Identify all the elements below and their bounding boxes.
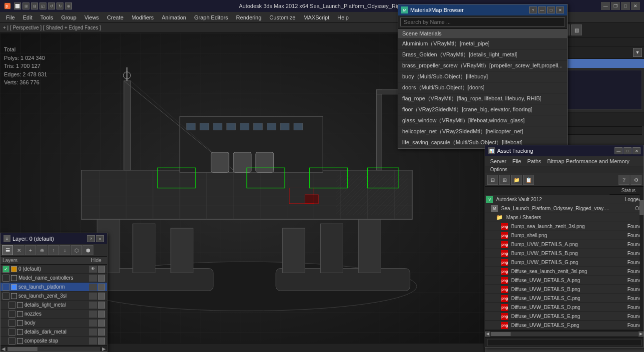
at-menu-bitmap[interactable]: Bitmap Performance and Memory xyxy=(544,158,632,165)
tb-icon-1[interactable]: ⬜ xyxy=(14,2,21,9)
layer-hide-6[interactable] xyxy=(89,320,97,327)
at-menu-server[interactable]: Server xyxy=(487,158,509,165)
layer-dot-3a[interactable] xyxy=(98,293,105,300)
at-row-5[interactable]: png Bump_UVW_DETAILS_A.png Found xyxy=(485,240,644,249)
at-scroll-right[interactable]: ▶ xyxy=(639,332,644,337)
mb-item-5[interactable]: flag_rope（VRayMtl）[flag_rope, lifeboat, … xyxy=(398,93,567,104)
layer-check-4[interactable] xyxy=(8,302,15,309)
tb-icon-3[interactable]: ⊟ xyxy=(31,2,38,9)
at-row-7[interactable]: png Bump_UVW_DETAILS_G.png Found xyxy=(485,258,644,267)
at-row-vault[interactable]: V Autodesk Vault 2012 Logged xyxy=(485,195,644,204)
menu-create[interactable]: Create xyxy=(103,13,127,21)
layer-scroll-right-btn[interactable]: ▶ xyxy=(101,346,107,352)
at-scroll-left[interactable]: ◀ xyxy=(485,332,490,337)
layer-dot-4a[interactable] xyxy=(98,302,105,309)
menu-customize[interactable]: Customize xyxy=(265,13,299,21)
rp-btn-8[interactable]: ▧ xyxy=(571,24,582,35)
menu-help[interactable]: Help xyxy=(333,13,353,21)
tb-icon-5[interactable]: ↺ xyxy=(48,2,55,9)
menu-graph-editors[interactable]: Graph Editors xyxy=(190,13,232,21)
layer-check-1[interactable] xyxy=(2,275,9,282)
layer-hide-0[interactable]: 👁 xyxy=(89,266,97,273)
layer-check-8[interactable] xyxy=(8,338,15,345)
menu-edit[interactable]: Edit xyxy=(19,13,36,21)
layer-scroll-left-btn[interactable]: ◀ xyxy=(0,346,6,352)
at-hscroll-track[interactable] xyxy=(491,332,638,336)
menu-tools[interactable]: Tools xyxy=(36,13,57,21)
at-btn-2[interactable]: ⊞ xyxy=(499,175,510,185)
tb-icon-7[interactable]: ⊕ xyxy=(65,2,72,9)
at-row-11[interactable]: png Diffuse_UVW_DETAILS_C.png Found xyxy=(485,294,644,303)
layer-btn-4[interactable]: ⊕ xyxy=(36,245,47,255)
at-menu-paths[interactable]: Paths xyxy=(524,158,544,165)
at-hscroll-thumb[interactable] xyxy=(491,332,511,336)
at-row-8[interactable]: png Diffuse_sea_launch_zenit_3sl.png Fou… xyxy=(485,267,644,276)
layer-check-0[interactable]: ✓ xyxy=(2,266,9,273)
layer-hide-1[interactable] xyxy=(89,275,97,282)
menu-views[interactable]: Views xyxy=(80,13,103,21)
at-scrollbar[interactable] xyxy=(640,195,644,330)
at-row-6[interactable]: png Bump_UVW_DETAILS_B.png Found xyxy=(485,249,644,258)
mb-item-0[interactable]: Aluminium（VRayMtl）[metal_pipe] xyxy=(398,38,567,49)
mb-item-4[interactable]: doors（Multi/Sub-Object）[doors] xyxy=(398,82,567,93)
tb-icon-2[interactable]: ⊞ xyxy=(22,2,29,9)
layer-item-0[interactable]: ✓ 0 (default) 👁 xyxy=(0,265,107,274)
layer-dot-8a[interactable] xyxy=(98,338,105,345)
menu-file[interactable]: File xyxy=(2,13,19,21)
layer-check-6[interactable] xyxy=(8,320,15,327)
mb-item-2[interactable]: brass_propeller_screw（VRayMtl）[propeller… xyxy=(398,60,567,71)
layer-hide-2[interactable] xyxy=(89,284,97,291)
layer-hide-5[interactable] xyxy=(89,311,97,318)
layer-close-btn[interactable]: × xyxy=(96,235,104,242)
menu-rendering[interactable]: Rendering xyxy=(232,13,266,21)
layer-help-btn[interactable]: ? xyxy=(87,235,95,242)
mb-minimize-btn[interactable]: — xyxy=(538,6,546,13)
layer-dot-1a[interactable] xyxy=(98,275,105,282)
at-btn-4[interactable]: 📋 xyxy=(523,175,534,185)
at-help-btn[interactable]: ? xyxy=(619,175,630,185)
layer-hide-8[interactable] xyxy=(89,338,97,345)
mb-maximize-btn[interactable]: □ xyxy=(547,6,555,13)
restore-btn[interactable]: ❐ xyxy=(611,2,620,10)
layer-dot-6a[interactable] xyxy=(98,320,105,327)
at-table-container[interactable]: V Autodesk Vault 2012 Logged M Sea_Launc… xyxy=(485,195,644,330)
at-row-9[interactable]: png Diffuse_UVW_DETAILS_A.png Found xyxy=(485,276,644,285)
layer-btn-8[interactable]: ⬢ xyxy=(82,245,93,255)
tb-icon-6[interactable]: ↻ xyxy=(56,2,63,9)
at-scroll-thumb[interactable] xyxy=(640,200,644,215)
layer-item-2[interactable]: sea_launch_platform xyxy=(0,283,107,292)
at-row-10[interactable]: png Diffuse_UVW_DETAILS_B.png Found xyxy=(485,285,644,294)
layer-hscrollbar[interactable]: ◀ ▶ xyxy=(0,346,107,352)
layer-dot-7a[interactable] xyxy=(98,329,105,336)
maximize-btn[interactable]: □ xyxy=(621,2,630,10)
layer-dot-2a[interactable] xyxy=(98,284,105,291)
modifier-list-dropdown[interactable]: ▼ xyxy=(633,48,642,57)
at-btn-1[interactable]: ⊟ xyxy=(487,175,498,185)
layer-item-7[interactable]: details_dark_metal xyxy=(0,328,107,337)
at-minimize-btn[interactable]: — xyxy=(615,147,623,154)
layer-hide-7[interactable] xyxy=(89,329,97,336)
layer-item-6[interactable]: body xyxy=(0,319,107,328)
at-row-3[interactable]: png Bump_sea_launch_zenit_3sl.png Found xyxy=(485,222,644,231)
layer-btn-2[interactable]: ✕ xyxy=(13,245,24,255)
menu-maxscript[interactable]: MAXScript xyxy=(299,13,333,21)
at-settings-btn[interactable]: ⚙ xyxy=(631,175,642,185)
at-row-folder[interactable]: 📁 Maps / Shaders xyxy=(485,213,644,222)
at-row-13[interactable]: png Diffuse_UVW_DETAILS_E.png Found xyxy=(485,312,644,321)
layer-hscroll-thumb[interactable] xyxy=(7,347,37,351)
at-btn-3[interactable]: 📁 xyxy=(511,175,522,185)
at-close-btn[interactable]: ✕ xyxy=(633,147,641,154)
layer-check-5[interactable] xyxy=(8,311,15,318)
mb-items-list[interactable]: Aluminium（VRayMtl）[metal_pipe] Brass_Gol… xyxy=(398,38,567,148)
layer-btn-7[interactable]: ⬡ xyxy=(71,245,82,255)
mb-item-6[interactable]: floor（VRay2SidedMtl）[crane_big, elevator… xyxy=(398,104,567,115)
layer-dot-0a[interactable] xyxy=(98,266,105,273)
layer-hide-4[interactable] xyxy=(89,302,97,309)
mb-close-btn[interactable]: ✕ xyxy=(556,6,564,13)
mb-item-1[interactable]: Brass_Golden（VRayMtl）[details_light_meta… xyxy=(398,49,567,60)
layer-btn-1[interactable]: ☰ xyxy=(2,245,13,255)
layer-item-4[interactable]: details_light_metal xyxy=(0,301,107,310)
mb-item-3[interactable]: buoy（Multi/Sub-Object）[lifebuoy] xyxy=(398,71,567,82)
at-row-12[interactable]: png Diffuse_UVW_DETAILS_D.png Found xyxy=(485,303,644,312)
layer-item-1[interactable]: Model_name_controllers xyxy=(0,274,107,283)
